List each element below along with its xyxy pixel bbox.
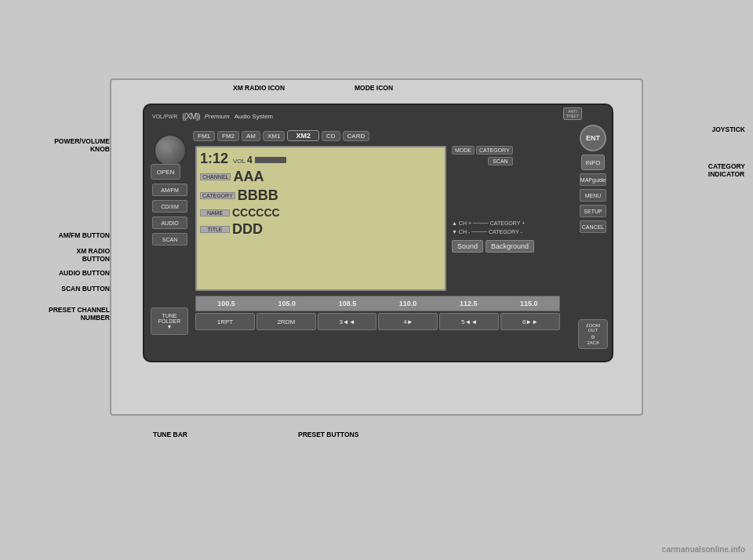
- preset-buttons-callout: PRESET BUTTONS: [298, 431, 358, 438]
- preset-buttons-row: 1RPT 2RDM 3◄◄ 4► 5◄◄ 6►►: [195, 313, 560, 330]
- channel-row: CHANNEL AAA: [200, 169, 442, 185]
- category-tag: CATEGORY: [200, 192, 235, 199]
- freq-1: 100.5: [217, 300, 235, 307]
- sound-button[interactable]: Sound: [452, 240, 483, 253]
- amfm-button[interactable]: AM/FM: [152, 184, 187, 196]
- page-container: XM RADIO ICON MODE ICON VOL/PWR ((XM)) P…: [0, 0, 753, 560]
- frequency-bar: 100.5 105.0 108.5 110.0 112.5 115.0: [195, 296, 560, 311]
- am-button[interactable]: AM: [242, 131, 260, 141]
- audio-button-callout: AUDIO BUTTON: [8, 269, 110, 277]
- category-btn-display[interactable]: CATEGORY: [476, 146, 513, 155]
- vol-pwr-label: VOL/PWR: [152, 114, 177, 119]
- vol-pwr-knob[interactable]: ○: [154, 134, 187, 167]
- zoom-icon: ⊖: [591, 334, 595, 340]
- xm2-button[interactable]: XM2: [287, 130, 319, 141]
- time-vol-row: 1:12 VOL 4: [200, 151, 442, 167]
- anti-theft-box: ANTITHEFT: [563, 107, 582, 120]
- tune-bar-callout: TUNE BAR: [153, 431, 187, 438]
- mapguide-button[interactable]: MAPguide: [580, 173, 606, 186]
- display-screen: 1:12 VOL 4 CHANNEL AAA CATEGORY BBBB: [195, 146, 446, 291]
- fm1-button[interactable]: FM1: [193, 131, 215, 141]
- preset-btn-3[interactable]: 3◄◄: [318, 313, 377, 330]
- xm-radio-icon-label: XM RADIO ICON: [233, 84, 285, 92]
- title-tag: TITLE: [200, 226, 230, 233]
- cdxm-button[interactable]: CD/XM: [152, 200, 187, 213]
- preset-btn-4[interactable]: 4►: [378, 313, 438, 330]
- right-buttons-area: ENT INFO MAPguide MENU SETUP CANCEL: [578, 125, 608, 233]
- preset-btn-5[interactable]: 5◄◄: [439, 313, 499, 330]
- fm2-button[interactable]: FM2: [217, 131, 239, 141]
- scan-button-callout: SCAN BUTTON: [8, 285, 110, 293]
- tune-folder-button[interactable]: TUNE FOLDER ▼: [151, 307, 188, 335]
- diagram-area: XM RADIO ICON MODE ICON VOL/PWR ((XM)) P…: [110, 78, 643, 416]
- info-button[interactable]: INFO: [581, 155, 605, 170]
- preset-btn-6[interactable]: 6►►: [500, 313, 560, 330]
- freq-3: 108.5: [339, 300, 357, 307]
- preset-btn-2[interactable]: 2RDM: [256, 313, 316, 330]
- vol-number: 4: [247, 155, 253, 165]
- ent-button[interactable]: ENT: [580, 125, 606, 151]
- mode-buttons-row: FM1 FM2 AM XM1 XM2 CD CARD: [193, 127, 577, 144]
- joystick-callout: JOYSTICK: [711, 125, 745, 133]
- vol-bar: [255, 157, 286, 163]
- channel-value: AAA: [233, 169, 264, 185]
- display-time: 1:12: [200, 151, 228, 167]
- left-buttons-area: AM/FM CD/XM AUDIO SCAN: [148, 184, 191, 245]
- mode-btn-display[interactable]: MODE: [452, 146, 475, 155]
- background-button[interactable]: Background: [486, 240, 534, 253]
- anti-theft-text: ANTITHEFT: [566, 109, 579, 118]
- vol-label: VOL: [233, 158, 246, 165]
- category-row: CATEGORY BBBB: [200, 187, 442, 204]
- premium-label: Premium: [205, 113, 230, 120]
- open-button[interactable]: OPEN: [151, 164, 180, 180]
- title-row: TITLE DDD: [200, 221, 442, 238]
- cancel-button[interactable]: CANCEL: [580, 220, 606, 233]
- name-row: NAME CCCCCC: [200, 206, 442, 219]
- zoom-out-button[interactable]: ZOOM OUT ⊖ 2AC8: [578, 319, 608, 349]
- mode-category-scan-area: MODE CATEGORY SCAN: [452, 146, 513, 165]
- name-tag: NAME: [200, 209, 230, 216]
- xm1-button[interactable]: XM1: [263, 131, 285, 141]
- xm-radio-button-callout: XM RADIO BUTTON: [8, 247, 110, 263]
- audio-system-label: Audio System: [235, 113, 273, 120]
- amfm-button-callout: AM/FM BUTTON: [8, 231, 110, 239]
- scan-btn-display[interactable]: SCAN: [488, 157, 512, 165]
- watermark: carmanualsonline.info: [662, 545, 745, 554]
- title-value: DDD: [232, 221, 263, 238]
- power-volume-callout: POWER/VOLUME KNOB: [8, 137, 110, 153]
- category-indicator-callout: CATEGORY INDICATOR: [708, 162, 745, 178]
- category-value: BBBB: [238, 187, 278, 204]
- setup-button[interactable]: SETUP: [580, 205, 606, 217]
- card-button[interactable]: CARD: [343, 131, 370, 141]
- freq-4: 110.0: [399, 300, 417, 307]
- freq-5: 112.5: [460, 300, 478, 307]
- audio-button[interactable]: AUDIO: [152, 216, 187, 229]
- name-value: CCCCCC: [232, 206, 280, 219]
- scan-button-left[interactable]: SCAN: [152, 233, 187, 245]
- mode-icon-label: MODE ICON: [355, 84, 393, 92]
- cd-button[interactable]: CD: [322, 131, 340, 141]
- menu-button[interactable]: MENU: [580, 189, 606, 202]
- preset-channel-callout: PRESET CHANNEL NUMBER: [8, 306, 110, 322]
- freq-6: 115.0: [520, 300, 538, 307]
- radio-unit: VOL/PWR ((XM)) Premium Audio System ANTI…: [143, 104, 613, 362]
- preset-btn-1[interactable]: 1RPT: [195, 313, 255, 330]
- freq-2: 105.0: [278, 300, 296, 307]
- channel-tag: CHANNEL: [200, 173, 231, 180]
